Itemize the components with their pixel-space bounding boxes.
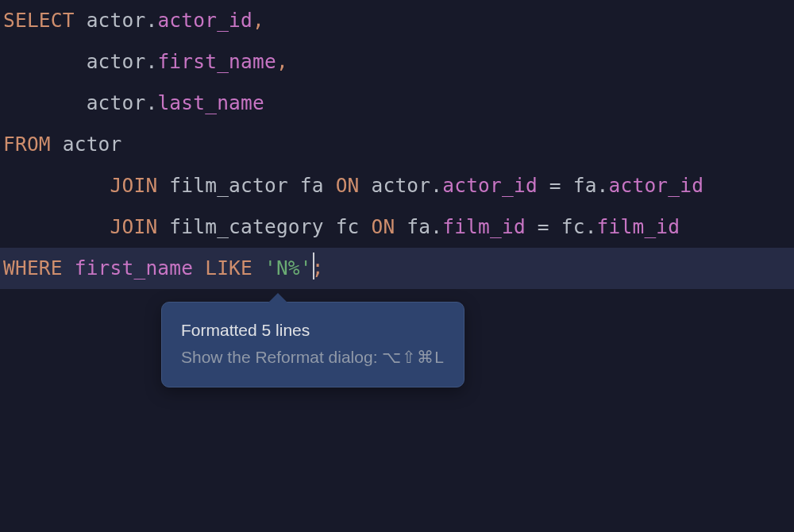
- token-col2: first_name: [157, 50, 276, 73]
- token-col2: film_id: [442, 215, 526, 238]
- token-str: 'N%': [264, 256, 312, 279]
- token-ident: fa: [300, 174, 324, 197]
- tooltip-hint[interactable]: Show the Reformat dialog: ⌥⇧⌘L: [181, 344, 445, 371]
- token-tbl: actor: [372, 174, 431, 197]
- token-punc: ,: [252, 9, 264, 32]
- token: [193, 256, 205, 279]
- token: [75, 9, 87, 32]
- token-ident: fc: [561, 215, 585, 238]
- code-line[interactable]: actor.last_name: [0, 83, 794, 124]
- token-tbl: actor: [87, 91, 146, 114]
- token: [157, 215, 169, 238]
- tooltip-arrow-icon: [268, 293, 287, 303]
- token-semi: ;: [312, 256, 324, 279]
- token-col2: last_name: [157, 91, 264, 114]
- token-tbl: film_category: [169, 215, 323, 238]
- token: [360, 215, 372, 238]
- token-col2: actor_id: [442, 174, 538, 197]
- token-dot: .: [597, 174, 609, 197]
- token: [360, 174, 372, 197]
- code-line[interactable]: SELECT actor.actor_id,: [0, 0, 794, 41]
- token-kw: ON: [336, 174, 360, 197]
- token-dot: .: [430, 215, 442, 238]
- token: [3, 215, 110, 238]
- token: =: [526, 215, 561, 238]
- shortcut-label: ⌥⇧⌘L: [382, 348, 445, 366]
- token-tbl: film_actor: [169, 174, 288, 197]
- code-line[interactable]: JOIN film_actor fa ON actor.actor_id = f…: [0, 165, 794, 206]
- token-dot: .: [430, 174, 442, 197]
- token-kw: LIKE: [205, 256, 252, 279]
- token: [252, 256, 264, 279]
- code-line[interactable]: actor.first_name,: [0, 41, 794, 83]
- sql-code[interactable]: SELECT actor.actor_id, actor.first_name,…: [0, 0, 794, 289]
- token-kw: JOIN: [110, 215, 158, 238]
- token-kw: JOIN: [110, 174, 158, 197]
- token: [324, 174, 336, 197]
- token-col2: actor_id: [157, 9, 252, 32]
- token-tbl: actor: [87, 9, 146, 32]
- token: =: [538, 174, 573, 197]
- token: [288, 174, 300, 197]
- token-tbl: actor: [63, 133, 122, 156]
- token-col2: actor_id: [609, 174, 704, 197]
- token-ident: fa: [407, 215, 430, 238]
- token: [63, 256, 75, 279]
- token: [51, 133, 63, 156]
- code-editor[interactable]: SELECT actor.actor_id, actor.first_name,…: [0, 0, 794, 532]
- token-col2: film_id: [597, 215, 680, 238]
- token-ident: fa: [573, 174, 597, 197]
- token-kw: ON: [372, 215, 395, 238]
- token: [395, 215, 407, 238]
- tooltip-title: Formatted 5 lines: [181, 317, 445, 344]
- token-dot: .: [145, 50, 157, 73]
- code-line[interactable]: FROM actor: [0, 124, 794, 165]
- token: [3, 91, 87, 114]
- token-punc: ,: [276, 50, 288, 73]
- token-dot: .: [145, 9, 157, 32]
- token-ident: fc: [336, 215, 360, 238]
- token: [3, 174, 110, 197]
- code-line[interactable]: WHERE first_name LIKE 'N%';: [0, 248, 794, 289]
- token-dot: .: [145, 91, 157, 114]
- token-tbl: actor: [87, 50, 146, 73]
- token: [157, 174, 169, 197]
- code-line[interactable]: JOIN film_category fc ON fa.film_id = fc…: [0, 206, 794, 248]
- token: [3, 50, 87, 73]
- token: [324, 215, 336, 238]
- token-dot: .: [585, 215, 597, 238]
- token-kw: SELECT: [3, 9, 75, 32]
- token-kw: FROM: [3, 133, 51, 156]
- token-kw: WHERE: [3, 256, 63, 279]
- reformat-tooltip: Formatted 5 lines Show the Reformat dial…: [161, 302, 464, 387]
- token-col2: first_name: [75, 256, 194, 279]
